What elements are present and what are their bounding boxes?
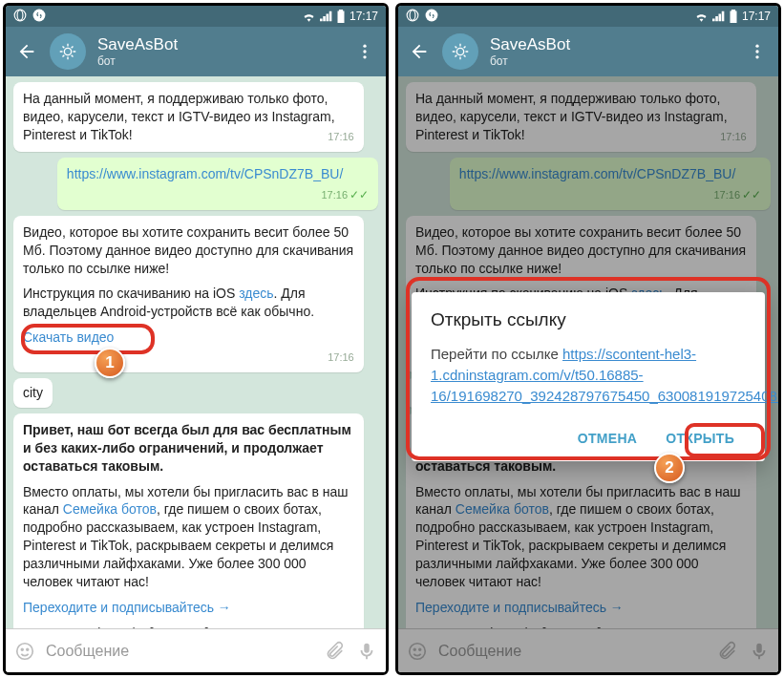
bot-avatar[interactable] bbox=[50, 33, 86, 70]
subscribe-link[interactable]: Переходите и подписывайтесь → bbox=[23, 599, 354, 617]
status-bar: 17:17 bbox=[398, 6, 778, 27]
status-bar: 17:17 bbox=[6, 6, 386, 27]
shazam-icon bbox=[425, 9, 438, 25]
message-text: На данный момент, я поддерживаю только ф… bbox=[23, 91, 335, 142]
message-text: Видео, которое вы хотите сохранить весит… bbox=[23, 223, 354, 278]
signal-icon bbox=[712, 11, 725, 22]
message-time: 17:16 bbox=[328, 350, 354, 365]
chat-subtitle: бот bbox=[490, 54, 734, 68]
chat-subtitle: бот bbox=[97, 54, 342, 68]
more-button[interactable] bbox=[353, 40, 376, 63]
svg-point-14 bbox=[755, 45, 758, 48]
svg-point-8 bbox=[21, 648, 23, 650]
signal-icon bbox=[320, 11, 332, 22]
wifi-icon bbox=[694, 11, 709, 22]
more-button[interactable] bbox=[746, 40, 769, 63]
back-button[interactable] bbox=[15, 40, 38, 63]
chat-area[interactable]: На данный момент, я поддерживаю только ф… bbox=[6, 76, 386, 628]
message-out[interactable]: https://www.instagram.com/tv/CPSnDZ7B_BU… bbox=[57, 158, 378, 210]
message-input[interactable]: Сообщение bbox=[46, 643, 313, 660]
chat-title[interactable]: SaveAsBot bbox=[490, 35, 734, 54]
battery-icon bbox=[336, 10, 346, 23]
svg-point-11 bbox=[410, 10, 415, 20]
message-in[interactable]: Видео, которое вы хотите сохранить весит… bbox=[13, 216, 364, 372]
dialog-title: Открыть ссылку bbox=[431, 309, 746, 330]
battery-icon bbox=[729, 10, 738, 23]
download-video-link[interactable]: Скачать видео bbox=[23, 328, 354, 347]
emoji-icon[interactable] bbox=[13, 640, 36, 663]
wifi-icon bbox=[302, 11, 316, 22]
dialog-open-button[interactable]: ОТКРЫТЬ bbox=[654, 423, 746, 454]
svg-point-7 bbox=[17, 643, 33, 659]
back-button[interactable] bbox=[408, 40, 431, 63]
svg-point-13 bbox=[456, 48, 463, 54]
svg-point-0 bbox=[14, 10, 26, 21]
sent-link[interactable]: https://www.instagram.com/tv/CPSnDZ7B_BU… bbox=[67, 166, 343, 181]
app-header: SaveAsBot бот bbox=[398, 27, 778, 76]
message-input-bar: Сообщение bbox=[6, 628, 386, 672]
status-time: 17:17 bbox=[350, 10, 378, 23]
svg-point-5 bbox=[363, 50, 366, 53]
message-text: P.S.: Ваши фото/видео находятся выше, а … bbox=[23, 625, 354, 628]
svg-point-3 bbox=[64, 48, 71, 54]
read-ticks-icon: ✓✓ bbox=[350, 188, 369, 201]
svg-point-2 bbox=[33, 9, 46, 21]
mic-icon[interactable] bbox=[355, 640, 378, 663]
phone-left: 17:17 SaveAsBot бот На данный момент, я … bbox=[3, 3, 389, 675]
message-time: 17:16 bbox=[328, 130, 354, 144]
message-text: Привет, наш бот всегда был для вас беспл… bbox=[23, 421, 354, 476]
phone-right: 17:17 SaveAsBot бот На данный момент, я … bbox=[395, 3, 781, 675]
attach-icon[interactable] bbox=[323, 640, 346, 663]
channel-link[interactable]: Семейка ботов bbox=[63, 501, 157, 517]
app-header: SaveAsBot бот bbox=[6, 27, 386, 76]
bot-avatar[interactable] bbox=[442, 33, 478, 70]
chat-title[interactable]: SaveAsBot bbox=[97, 35, 342, 54]
message-in[interactable]: Привет, наш бот всегда был для вас беспл… bbox=[13, 413, 364, 628]
shazam-icon bbox=[32, 9, 46, 25]
svg-point-15 bbox=[755, 50, 758, 53]
message-time: 17:16✓✓ bbox=[321, 187, 369, 202]
svg-point-10 bbox=[407, 10, 418, 21]
message-text: Вместо оплаты, мы хотели бы пригласить в… bbox=[23, 483, 354, 591]
opera-icon bbox=[406, 9, 419, 25]
svg-point-12 bbox=[426, 9, 438, 21]
opera-icon bbox=[13, 9, 27, 25]
dialog-body: Перейти по ссылке https://scontent-hel3-… bbox=[431, 344, 746, 406]
message-in[interactable]: На данный момент, я поддерживаю только ф… bbox=[13, 82, 364, 152]
message-in[interactable]: city bbox=[13, 378, 53, 408]
svg-point-4 bbox=[363, 45, 366, 48]
open-link-dialog: Открыть ссылку Перейти по ссылке https:/… bbox=[412, 292, 765, 461]
svg-point-6 bbox=[363, 55, 366, 58]
ios-instructions-link[interactable]: здесь bbox=[239, 286, 273, 301]
message-text: Инструкция по скачиванию на iOS здесь. Д… bbox=[23, 285, 354, 321]
dialog-cancel-button[interactable]: ОТМЕНА bbox=[566, 423, 648, 454]
svg-point-9 bbox=[27, 648, 29, 650]
svg-point-16 bbox=[755, 55, 758, 58]
status-time: 17:17 bbox=[742, 10, 771, 23]
svg-point-1 bbox=[17, 10, 23, 20]
message-text: city bbox=[23, 385, 43, 400]
